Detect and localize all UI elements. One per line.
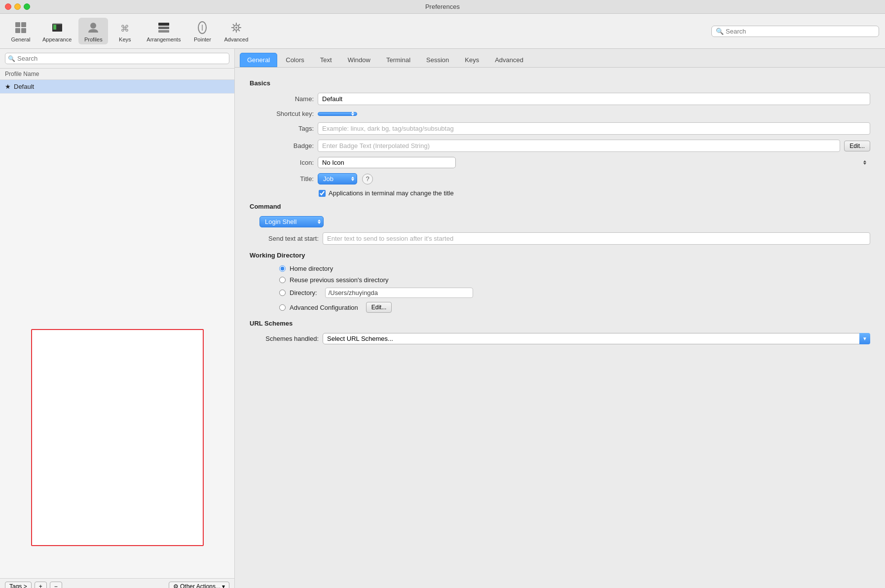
svg-point-15: [235, 27, 237, 29]
wd-dir-radio[interactable]: [279, 290, 286, 296]
tab-window[interactable]: Window: [340, 53, 378, 67]
command-row: Login Shell: [259, 216, 870, 227]
svg-rect-10: [158, 27, 169, 29]
title-row: Title: Job ?: [250, 173, 870, 184]
svg-rect-11: [158, 30, 169, 33]
title-select[interactable]: Job: [318, 173, 357, 184]
command-title: Command: [250, 203, 870, 210]
profile-name-header: Profile Name: [0, 69, 234, 80]
wd-advanced-label: Advanced Configuration: [290, 304, 358, 311]
content-panel: General Colors Text Window Terminal Sess…: [235, 49, 885, 588]
working-directory-group: Home directory Reuse previous session's …: [279, 265, 870, 313]
profile-item-label: Default: [14, 83, 34, 90]
titlebar: Preferences: [0, 0, 885, 14]
star-icon: ★: [5, 83, 11, 90]
svg-rect-9: [158, 23, 169, 26]
profile-item-default[interactable]: ★ Default: [0, 80, 234, 94]
icon-field-wrapper: No Icon: [318, 157, 870, 168]
toolbar-pointer-label: Pointer: [194, 37, 211, 42]
wd-directory-label: Directory:: [290, 289, 317, 296]
toolbar-advanced-label: Advanced: [224, 37, 248, 42]
tab-terminal[interactable]: Terminal: [379, 53, 418, 67]
name-label: Name:: [250, 95, 314, 103]
send-text-input[interactable]: [323, 232, 870, 245]
basics-title: Basics: [250, 79, 870, 87]
title-change-row: Applications in terminal may change the …: [319, 189, 870, 197]
badge-edit-button[interactable]: Edit...: [844, 141, 870, 151]
title-help-button[interactable]: ?: [362, 174, 373, 184]
profile-list: ★ Default: [0, 80, 234, 324]
toolbar-keys-label: Keys: [119, 37, 131, 42]
badge-label: Badge:: [250, 142, 314, 149]
tab-text[interactable]: Text: [313, 53, 339, 67]
title-change-checkbox[interactable]: [319, 190, 326, 197]
toolbar-item-arrangements[interactable]: Arrangements: [142, 18, 185, 44]
toolbar-appearance-label: Appearance: [42, 37, 72, 42]
badge-input[interactable]: [318, 140, 840, 152]
svg-line-20: [233, 24, 234, 26]
sidebar-search-icon: 🔍: [8, 55, 15, 62]
send-text-row: Send text at start:: [250, 232, 870, 245]
shortcut-key-wrapper: [318, 112, 870, 116]
wd-advanced-edit-button[interactable]: Edit...: [366, 302, 392, 313]
toolbar-item-profiles[interactable]: Profiles: [78, 18, 108, 44]
profile-preview-area: [0, 324, 234, 578]
svg-rect-6: [53, 23, 62, 24]
wd-home-label: Home directory: [290, 265, 333, 272]
svg-rect-0: [15, 22, 20, 27]
wd-reuse-label: Reuse previous session's directory: [290, 276, 388, 284]
close-button[interactable]: [5, 3, 11, 10]
toolbar-item-advanced[interactable]: Advanced: [219, 18, 253, 44]
command-select[interactable]: Login Shell: [259, 216, 324, 227]
svg-rect-2: [15, 28, 20, 33]
add-profile-button[interactable]: +: [35, 582, 47, 588]
title-up-arrow: [351, 177, 354, 179]
shortcut-key-select[interactable]: [318, 112, 357, 116]
name-input[interactable]: [318, 93, 870, 105]
tab-session[interactable]: Session: [419, 53, 456, 67]
tags-button[interactable]: Tags >: [5, 582, 32, 588]
traffic-lights: [5, 3, 30, 10]
toolbar-profiles-label: Profiles: [84, 37, 103, 42]
wd-advanced-radio[interactable]: [279, 304, 286, 311]
shortcut-key-row: Shortcut key:: [250, 110, 870, 117]
toolbar-item-general[interactable]: General: [6, 18, 36, 44]
wd-directory-input[interactable]: [325, 288, 473, 298]
tab-colors[interactable]: Colors: [278, 53, 312, 67]
icon-row: Icon: No Icon: [250, 157, 870, 168]
toolbar: General Appearance Profiles ⌘ Keys: [0, 14, 885, 49]
svg-line-23: [233, 30, 234, 31]
profiles-icon: [85, 20, 101, 36]
svg-rect-3: [21, 28, 26, 33]
svg-rect-1: [21, 22, 26, 27]
schemes-row: Schemes handled: Select URL Schemes... ▼: [250, 333, 870, 344]
tags-input[interactable]: [318, 122, 870, 135]
toolbar-search[interactable]: 🔍: [711, 26, 879, 37]
wd-home-row: Home directory: [279, 265, 870, 272]
tab-advanced[interactable]: Advanced: [487, 53, 531, 67]
schemes-select[interactable]: Select URL Schemes...: [323, 333, 870, 344]
other-actions-button[interactable]: ⚙ Other Actions... ▾: [169, 582, 229, 588]
wd-reuse-radio[interactable]: [279, 277, 286, 283]
svg-line-21: [238, 30, 240, 31]
settings-content: Basics Name: Shortcut key:: [235, 68, 885, 588]
url-schemes-title: URL Schemes: [250, 320, 870, 327]
tab-general[interactable]: General: [240, 53, 277, 67]
title-label: Title:: [250, 175, 314, 183]
minimize-button[interactable]: [14, 3, 21, 10]
svg-point-7: [90, 23, 96, 29]
toolbar-item-pointer[interactable]: Pointer: [187, 18, 217, 44]
toolbar-item-keys[interactable]: ⌘ Keys: [110, 18, 140, 44]
maximize-button[interactable]: [24, 3, 30, 10]
remove-profile-button[interactable]: −: [50, 582, 62, 588]
icon-select[interactable]: No Icon: [318, 157, 456, 168]
command-down-arrow: [318, 222, 321, 224]
schemes-label: Schemes handled:: [250, 335, 319, 342]
sidebar-search-input[interactable]: [5, 53, 229, 64]
tab-keys[interactable]: Keys: [457, 53, 486, 67]
wd-home-radio[interactable]: [279, 265, 286, 272]
toolbar-item-appearance[interactable]: Appearance: [37, 18, 76, 44]
toolbar-search-input[interactable]: [726, 28, 875, 35]
general-icon: [13, 20, 29, 36]
wd-directory-row: Directory:: [279, 288, 870, 298]
